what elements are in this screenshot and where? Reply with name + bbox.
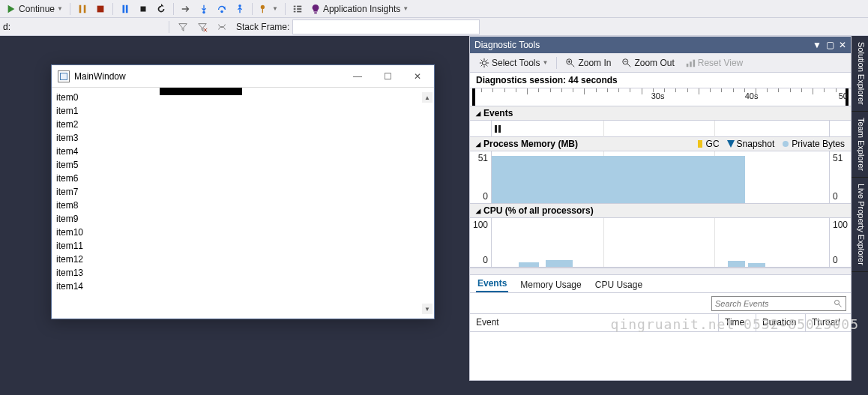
list-item[interactable]: item7 — [56, 185, 430, 199]
side-tab[interactable]: Team Explorer — [852, 112, 868, 178]
gear-icon — [479, 58, 489, 68]
time-ruler[interactable]: 30s40s50 — [470, 88, 851, 106]
svg-point-8 — [202, 10, 205, 13]
step-out-button[interactable] — [232, 1, 248, 16]
stop-small-button[interactable] — [135, 1, 151, 16]
funnel-icon — [178, 22, 188, 32]
restart-button[interactable] — [153, 1, 169, 16]
svg-rect-4 — [122, 4, 124, 13]
list-item[interactable]: item8 — [56, 199, 430, 212]
detail-tabs: Events Memory Usage CPU Usage — [470, 275, 851, 293]
app-body: item0item1item2item3item4item5item6item7… — [52, 88, 434, 319]
list-item[interactable]: item13 — [56, 266, 430, 280]
list-item[interactable]: item14 — [56, 280, 430, 293]
zoom-out-button[interactable]: Zoom Out — [617, 56, 678, 70]
close-button[interactable]: ✕ — [403, 66, 433, 87]
editor-background: MainWindow — ☐ ✕ item0item1item2item3ite… — [0, 36, 468, 395]
chevron-down-icon: ▼ — [403, 5, 409, 12]
threads-icon — [217, 22, 227, 32]
side-tab[interactable]: Live Property Explorer — [852, 178, 868, 272]
app-insights-button[interactable]: Application Insights ▼ — [307, 1, 412, 16]
svg-point-38 — [835, 300, 840, 304]
side-tab[interactable]: Solution Explorer — [852, 36, 868, 112]
step-over-icon — [217, 4, 227, 14]
step-over-button[interactable] — [214, 1, 230, 16]
list-item[interactable]: item5 — [56, 158, 430, 172]
svg-point-24 — [482, 61, 486, 64]
app-title: MainWindow — [74, 71, 343, 82]
filter-button-1[interactable] — [175, 19, 191, 34]
svg-marker-36 — [727, 140, 735, 148]
svg-rect-6 — [140, 6, 145, 11]
panel-menu-button[interactable]: ▼ — [813, 40, 822, 50]
scrollbar[interactable]: ▲ ▼ — [422, 92, 433, 314]
item-list[interactable]: item0item1item2item3item4item5item6item7… — [52, 88, 434, 296]
debug-toolbar-handle[interactable] — [160, 88, 242, 95]
panel-close-button[interactable]: ✕ — [839, 40, 846, 50]
break-all-button[interactable] — [74, 1, 91, 16]
tab-cpu-usage[interactable]: CPU Usage — [594, 277, 644, 292]
zoom-out-icon — [621, 58, 632, 68]
events-lane-header[interactable]: ◢Events — [470, 106, 851, 121]
svg-point-10 — [220, 10, 223, 13]
tab-memory-usage[interactable]: Memory Usage — [519, 277, 582, 292]
stop-button[interactable] — [92, 1, 109, 16]
select-tools-button[interactable]: Select Tools ▼ — [474, 56, 552, 70]
app-titlebar[interactable]: MainWindow — ☐ ✕ — [52, 65, 434, 88]
tab-events[interactable]: Events — [476, 276, 508, 292]
snapshot-marker-icon — [727, 140, 735, 148]
ruler-start-marker[interactable] — [472, 88, 475, 106]
list-item[interactable]: item10 — [56, 226, 430, 239]
events-lane — [470, 121, 851, 137]
threads-button[interactable] — [214, 19, 230, 34]
filter-button-2[interactable] — [194, 19, 211, 34]
minimize-button[interactable]: — — [343, 66, 373, 87]
list-item[interactable]: item11 — [56, 239, 430, 253]
show-next-statement-button[interactable] — [178, 1, 194, 16]
memory-chart[interactable]: 510 510 — [470, 151, 851, 204]
list-item[interactable]: item9 — [56, 212, 430, 226]
memory-lane-header[interactable]: ◢Process Memory (MB) GC Snapshot Private… — [470, 137, 851, 151]
cpu-lane-header[interactable]: ◢CPU (% of all processors) — [470, 204, 851, 218]
diag-header[interactable]: Diagnostic Tools ▼ ▢ ✕ — [470, 37, 851, 53]
pause-blue-button[interactable] — [117, 1, 133, 16]
cpu-chart[interactable]: 1000 1000 — [470, 218, 851, 268]
maximize-button[interactable]: ☐ — [373, 66, 403, 87]
svg-rect-3 — [97, 5, 104, 12]
list-item[interactable]: item0 — [56, 91, 430, 104]
flag-icon — [259, 4, 270, 14]
pause-blue-icon — [120, 4, 130, 14]
step-into-button[interactable] — [196, 1, 212, 16]
toggle-button-2[interactable] — [289, 1, 306, 16]
search-events-input[interactable] — [711, 296, 846, 311]
svg-rect-13 — [294, 5, 296, 7]
list-item[interactable]: item4 — [56, 145, 430, 158]
svg-rect-16 — [297, 5, 301, 7]
zoom-in-button[interactable]: Zoom In — [561, 56, 615, 70]
svg-rect-5 — [126, 4, 128, 13]
svg-rect-34 — [693, 59, 695, 67]
col-time[interactable]: Time — [719, 314, 756, 331]
continue-button[interactable]: Continue ▼ — [3, 1, 66, 16]
toggle-button-1[interactable]: ▼ — [256, 1, 281, 16]
list-item[interactable]: item2 — [56, 118, 430, 131]
col-thread[interactable]: Thread — [806, 314, 851, 331]
list-item[interactable]: item3 — [56, 131, 430, 145]
svg-rect-33 — [690, 61, 692, 67]
debug-toolbar: Continue ▼ ▼ Application Insights ▼ — [0, 0, 868, 18]
svg-line-30 — [627, 63, 630, 66]
list-item[interactable]: item1 — [56, 104, 430, 118]
reset-view-button: Reset View — [681, 56, 747, 70]
events-table-body — [470, 332, 851, 380]
panel-pin-button[interactable]: ▢ — [826, 40, 834, 50]
chart-icon — [685, 58, 696, 68]
scroll-up-button[interactable]: ▲ — [422, 92, 433, 103]
col-duration[interactable]: Duration — [756, 314, 806, 331]
list-item[interactable]: item6 — [56, 172, 430, 185]
list-item[interactable]: item12 — [56, 253, 430, 266]
stack-frame-input[interactable] — [292, 19, 480, 34]
scroll-down-button[interactable]: ▼ — [422, 304, 433, 314]
step-out-icon — [235, 4, 245, 14]
col-event[interactable]: Event — [470, 314, 719, 331]
chevron-down-icon: ▼ — [57, 5, 63, 12]
